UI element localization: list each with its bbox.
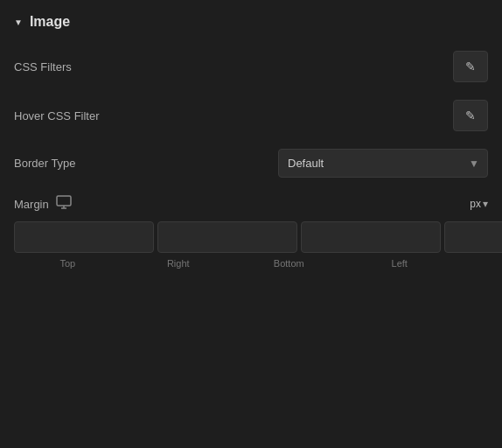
- margin-header-row: Margin px ▾: [14, 195, 488, 213]
- margin-label-group: Margin: [14, 195, 72, 213]
- section-title: Image: [30, 14, 70, 30]
- hover-css-filter-label: Hover CSS Filter: [14, 109, 100, 122]
- css-filters-label: CSS Filters: [14, 60, 72, 74]
- unit-selector[interactable]: px ▾: [470, 198, 488, 210]
- unit-dropdown-arrow: ▾: [483, 198, 488, 210]
- margin-top-col-label: Top: [14, 258, 122, 269]
- border-type-select-wrapper: Default None Solid Double Dotted Dashed …: [278, 149, 488, 178]
- margin-label: Margin: [14, 198, 49, 211]
- margin-top-input[interactable]: [14, 221, 154, 253]
- margin-inputs-row: 🔗: [14, 221, 488, 253]
- css-filters-edit-icon: ✎: [465, 60, 476, 74]
- hover-css-filter-edit-icon: ✎: [465, 108, 476, 122]
- margin-bottom-col-label: Bottom: [235, 258, 343, 269]
- border-type-select[interactable]: Default None Solid Double Dotted Dashed …: [278, 149, 488, 178]
- image-panel: ▼ Image CSS Filters ✎ Hover CSS Filter ✎…: [0, 0, 502, 286]
- border-type-label: Border Type: [14, 157, 76, 170]
- margin-right-col-label: Right: [125, 258, 233, 269]
- monitor-icon[interactable]: [56, 195, 72, 213]
- css-filters-edit-button[interactable]: ✎: [453, 51, 488, 82]
- css-filters-row: CSS Filters ✎: [14, 51, 488, 82]
- margin-right-input[interactable]: [157, 221, 297, 253]
- hover-css-filter-edit-button[interactable]: ✎: [453, 100, 488, 131]
- unit-label: px: [470, 198, 481, 210]
- section-header: ▼ Image: [14, 14, 488, 30]
- margin-bottom-input[interactable]: [301, 221, 441, 253]
- border-type-row: Border Type Default None Solid Double Do…: [14, 149, 488, 178]
- svg-rect-0: [57, 196, 71, 206]
- margin-labels-row: Top Right Bottom Left: [14, 258, 488, 269]
- hover-css-filter-row: Hover CSS Filter ✎: [14, 100, 488, 131]
- collapse-chevron[interactable]: ▼: [14, 18, 23, 27]
- margin-section: Margin px ▾ 🔗: [14, 195, 488, 269]
- margin-left-input[interactable]: [444, 221, 502, 253]
- margin-left-col-label: Left: [346, 258, 454, 269]
